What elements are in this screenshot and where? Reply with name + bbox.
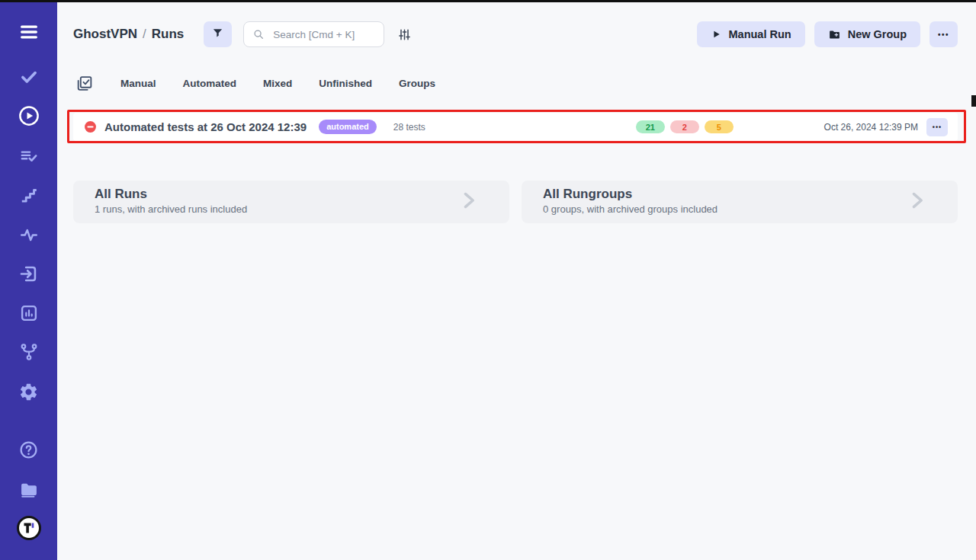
all-rungroups-subtitle: 0 groups, with archived groups included (543, 203, 936, 215)
import-login-icon[interactable] (0, 264, 57, 284)
run-title: Automated tests at 26 Oct 2024 12:39 (104, 120, 307, 133)
search-icon (252, 28, 265, 41)
check-icon[interactable] (0, 67, 57, 87)
tab-groups[interactable]: Groups (399, 78, 435, 89)
help-question-icon[interactable] (0, 440, 57, 460)
steps-icon[interactable] (0, 185, 57, 205)
status-failed-icon (84, 120, 97, 133)
test-plans-icon[interactable] (0, 146, 57, 166)
header-more-button[interactable]: ••• (929, 21, 958, 47)
play-icon (711, 29, 721, 40)
breadcrumb: GhostVPN/Runs (73, 27, 184, 42)
tab-manual[interactable]: Manual (120, 78, 156, 89)
run-more-button[interactable]: ••• (926, 118, 948, 136)
branch-fork-icon[interactable] (0, 342, 57, 362)
projects-folder-icon[interactable] (0, 479, 57, 501)
summary-cards: All Runs 1 runs, with archived runs incl… (73, 181, 958, 223)
chevron-right-icon (458, 190, 479, 214)
pulse-activity-icon[interactable] (0, 225, 57, 245)
all-runs-subtitle: 1 runs, with archived runs included (95, 203, 488, 215)
failed-count-pill: 2 (670, 120, 699, 133)
chevron-right-icon (907, 190, 927, 214)
all-rungroups-card[interactable]: All Rungroups 0 groups, with archived gr… (522, 181, 958, 223)
run-row[interactable]: Automated tests at 26 Oct 2024 12:39 aut… (73, 113, 958, 141)
search-box[interactable] (243, 21, 384, 47)
tab-mixed[interactable]: Mixed (263, 78, 292, 89)
funnel-icon (211, 27, 224, 42)
all-rungroups-title: All Rungroups (543, 187, 936, 202)
gear-settings-icon[interactable] (0, 382, 57, 402)
folder-plus-icon (828, 28, 841, 41)
breadcrumb-current: Runs (152, 27, 185, 41)
run-stats: 21 2 5 (636, 120, 734, 133)
skipped-count-pill: 5 (705, 120, 734, 133)
scrollbar-thumb[interactable] (971, 95, 976, 107)
testomat-logo[interactable] (0, 515, 57, 541)
manual-run-label: Manual Run (728, 28, 791, 40)
new-group-label: New Group (848, 28, 907, 40)
main-content: GhostVPN/Runs Manual Run New Group ••• (57, 2, 976, 560)
breadcrumb-separator: / (137, 27, 152, 41)
tab-unfinished[interactable]: Unfinished (319, 78, 372, 89)
tab-automated[interactable]: Automated (183, 78, 237, 89)
manual-run-button[interactable]: Manual Run (697, 21, 804, 47)
analytics-chart-icon[interactable] (0, 303, 57, 323)
search-input[interactable] (271, 28, 371, 41)
all-runs-title: All Runs (95, 187, 488, 202)
run-type-badge: automated (319, 120, 377, 134)
tabs-bar: Manual Automated Mixed Unfinished Groups (75, 74, 958, 93)
hamburger-menu-icon[interactable] (0, 21, 57, 43)
breadcrumb-project[interactable]: GhostVPN (73, 27, 137, 41)
run-row-wrapper: Automated tests at 26 Oct 2024 12:39 aut… (73, 113, 958, 141)
page-header: GhostVPN/Runs Manual Run New Group ••• (57, 18, 976, 51)
all-runs-card[interactable]: All Runs 1 runs, with archived runs incl… (73, 181, 509, 223)
select-all-icon[interactable] (75, 74, 94, 93)
new-group-button[interactable]: New Group (814, 21, 920, 47)
passed-count-pill: 21 (636, 120, 665, 133)
filter-button[interactable] (204, 21, 232, 47)
adjustments-sliders-icon[interactable] (397, 27, 412, 42)
sidebar (0, 0, 57, 560)
run-date: Oct 26, 2024 12:39 PM (824, 122, 918, 133)
play-circle-icon[interactable] (0, 104, 57, 127)
run-tests-count: 28 tests (393, 122, 425, 133)
top-black-bar (0, 0, 976, 2)
